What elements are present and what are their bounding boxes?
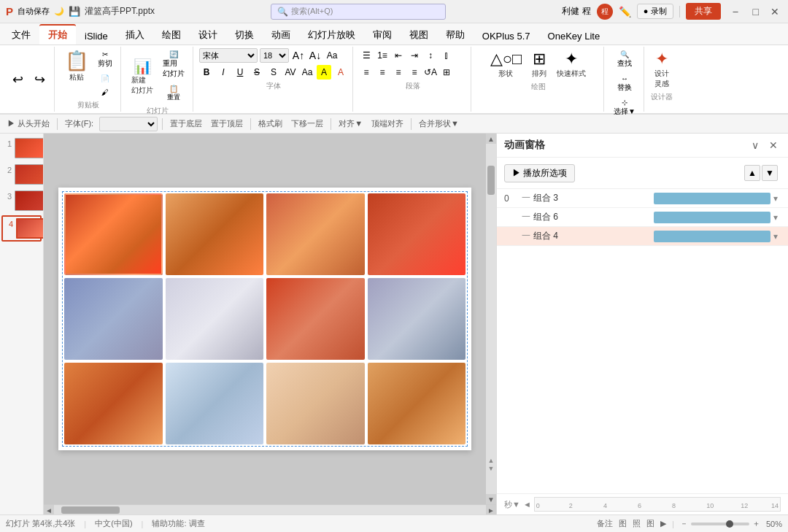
anim-collapse-btn[interactable]: ∨ (749, 138, 762, 153)
tab-islide[interactable]: iSlide (76, 28, 117, 45)
underline-btn[interactable]: U (233, 65, 247, 80)
slide-thumb-1[interactable]: 1 (1, 136, 42, 160)
design-ideas-btn[interactable]: ✦ 设计灵感 (650, 48, 673, 90)
format-bring-front[interactable]: 置于顶层 (208, 117, 246, 130)
img-cell-12[interactable] (368, 363, 466, 444)
char-spacing-btn[interactable]: AV (283, 65, 298, 80)
indent-inc-btn[interactable]: ⇥ (407, 48, 422, 63)
img-cell-5[interactable] (64, 278, 163, 360)
align-right-btn[interactable]: ≡ (391, 65, 406, 80)
cut-btn[interactable]: ✂剪切 (94, 48, 116, 71)
edit-icon[interactable]: ✏️ (619, 6, 631, 18)
decrease-font-btn[interactable]: A↓ (308, 48, 322, 63)
reuse-slide-btn[interactable]: 🔄重用幻灯片 (159, 48, 188, 81)
undo-btn[interactable]: ↩ (7, 71, 28, 88)
notes-btn[interactable]: 备注 (597, 518, 613, 529)
align-left-btn[interactable]: ≡ (359, 65, 374, 80)
anim-row-2[interactable]: 一 组合 4 ▾ (497, 227, 788, 246)
scroll-mid-down[interactable]: ▼ (488, 465, 495, 472)
scroll-up-btn[interactable]: ▲ (486, 134, 496, 144)
img-cell-9[interactable] (64, 363, 163, 444)
format-from-start[interactable]: ▶ 从头开始 (4, 117, 53, 130)
record-btn[interactable]: ● 录制 (637, 4, 673, 19)
replace-btn[interactable]: ↔替换 (610, 72, 639, 95)
line-spacing-btn[interactable]: ↕ (423, 48, 438, 63)
share-btn[interactable]: 共享 (686, 3, 721, 20)
slide-thumb-3[interactable]: 3 (1, 189, 42, 212)
anim-close-btn[interactable]: ✕ (766, 138, 781, 153)
justify-btn[interactable]: ≡ (407, 65, 422, 80)
columns-btn[interactable]: ⫿ (439, 48, 454, 63)
anim-row-1[interactable]: 一 组合 6 ▾ (497, 208, 788, 227)
bullets-btn[interactable]: ☰ (359, 48, 374, 63)
img-cell-11[interactable] (266, 363, 365, 444)
save-icon[interactable]: 💾 (69, 6, 80, 17)
view-reading-btn[interactable]: 图 (646, 518, 654, 529)
tab-view[interactable]: 视图 (401, 26, 437, 45)
format-font-select[interactable] (99, 117, 158, 131)
shadow-btn[interactable]: S (266, 65, 281, 80)
tab-onekey[interactable]: OneKey Lite (539, 28, 609, 45)
search-bar[interactable]: 🔍 搜索(Alt+Q) (271, 4, 446, 20)
close-btn[interactable]: ✕ (768, 7, 782, 17)
slide-canvas[interactable] (58, 188, 471, 450)
indent-dec-btn[interactable]: ⇤ (391, 48, 406, 63)
tab-insert[interactable]: 插入 (117, 26, 153, 45)
quick-styles-btn[interactable]: ✦ 快速样式 (552, 48, 590, 80)
slide-thumb-4[interactable]: 4 (1, 215, 42, 242)
shapes-btn[interactable]: △○□ 形状 (486, 48, 527, 80)
anim-row-menu-2[interactable]: ▾ (770, 231, 781, 242)
find-btn[interactable]: 🔍查找 (610, 48, 639, 71)
tab-file[interactable]: 文件 (3, 26, 39, 45)
scroll-thumb[interactable] (487, 166, 495, 195)
slide-preview-4[interactable] (16, 218, 44, 239)
play-selected-btn[interactable]: ▶ 播放所选项 (504, 164, 575, 182)
hscroll-right-btn[interactable]: ► (486, 505, 496, 514)
tab-okplus[interactable]: OKPlus 5.7 (474, 28, 539, 45)
user-avatar[interactable]: 程 (597, 4, 613, 20)
accessibility-status[interactable]: 辅助功能: 调查 (152, 518, 204, 529)
scroll-track[interactable]: ▲ ▼ (486, 144, 496, 494)
scroll-mid-up[interactable]: ▲ (488, 457, 495, 464)
tab-draw[interactable]: 绘图 (153, 26, 190, 45)
font-size-select[interactable]: 18 (260, 48, 289, 63)
img-cell-1[interactable] (64, 193, 163, 275)
anim-move-up-btn[interactable]: ▲ (744, 165, 760, 181)
slide-preview-2[interactable] (15, 164, 44, 185)
format-send-backward[interactable]: 下移一层 (288, 117, 326, 130)
redo-btn[interactable]: ↪ (29, 71, 50, 88)
anim-row-menu-0[interactable]: ▾ (770, 193, 781, 204)
tab-animation[interactable]: 动画 (263, 26, 299, 45)
tab-transition[interactable]: 切换 (226, 26, 263, 45)
increase-font-btn[interactable]: A↑ (291, 48, 306, 63)
layout-btn[interactable]: 📋重置 (159, 82, 188, 104)
format-painter-btn[interactable]: 🖌 (94, 86, 116, 99)
format-painter-bar[interactable]: 格式刷 (255, 117, 285, 130)
clear-format-btn[interactable]: Aa (325, 48, 339, 63)
hscroll-track[interactable] (54, 505, 486, 514)
img-cell-10[interactable] (166, 363, 264, 444)
autosave-toggle[interactable]: 🌙 (54, 7, 64, 16)
tab-help[interactable]: 帮助 (437, 26, 474, 45)
minimize-btn[interactable]: － (727, 6, 744, 18)
img-cell-4[interactable] (368, 193, 466, 275)
bold-btn[interactable]: B (199, 65, 214, 80)
view-normal-btn[interactable]: 照 (633, 518, 641, 529)
maximize-btn[interactable]: □ (750, 7, 762, 17)
img-cell-2[interactable] (166, 193, 264, 275)
tab-design[interactable]: 设计 (190, 26, 226, 45)
zoom-out-btn[interactable]: － (680, 518, 688, 529)
scroll-down-btn[interactable]: ▼ (486, 494, 496, 504)
slide-thumb-2[interactable]: 2 (1, 163, 42, 186)
hscroll-left-btn[interactable]: ◄ (44, 505, 54, 514)
view-slideshow-btn[interactable]: ▶ (660, 519, 666, 528)
slide-preview-1[interactable] (15, 138, 44, 158)
img-cell-8[interactable] (368, 278, 466, 360)
tab-review[interactable]: 审阅 (364, 26, 401, 45)
slide-preview-3[interactable] (15, 190, 44, 211)
italic-btn[interactable]: I (216, 65, 231, 80)
timeline-prev-btn[interactable]: ◄ (523, 500, 531, 509)
canvas-content[interactable] (44, 134, 486, 504)
img-cell-7[interactable] (266, 278, 365, 360)
format-align[interactable]: 对齐▼ (336, 117, 366, 130)
